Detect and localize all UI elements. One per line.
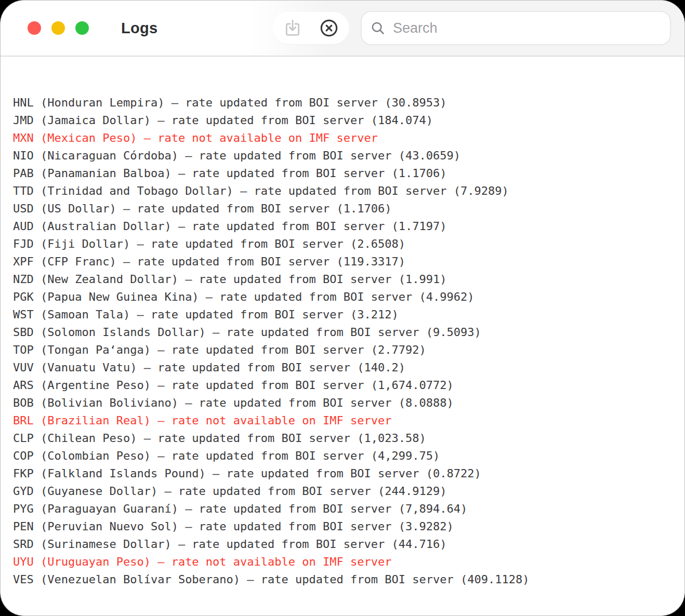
- log-line: TTD (Trinidad and Tobago Dollar) — rate …: [13, 182, 684, 200]
- clear-logs-button[interactable]: [318, 17, 340, 39]
- log-line: TOP (Tongan Pa‘anga) — rate updated from…: [13, 341, 684, 359]
- log-line: BRL (Brazilian Real) — rate not availabl…: [13, 412, 684, 430]
- log-output: HNL (Honduran Lempira) — rate updated fr…: [1, 57, 684, 616]
- log-line: AUD (Australian Dollar) — rate updated f…: [13, 218, 684, 235]
- log-line: PGK (Papua New Guinea Kina) — rate updat…: [13, 288, 684, 306]
- log-line: JMD (Jamaica Dollar) — rate updated from…: [13, 112, 684, 129]
- log-line: VES (Venezuelan Bolívar Soberano) — rate…: [13, 571, 684, 588]
- log-line: BOB (Bolivian Boliviano) — rate updated …: [13, 394, 684, 412]
- log-line: FJD (Fiji Dollar) — rate updated from BO…: [13, 235, 684, 253]
- close-circle-icon: [318, 17, 340, 39]
- log-lines: HNL (Honduran Lempira) — rate updated fr…: [13, 94, 684, 588]
- traffic-lights: [28, 21, 89, 35]
- log-line: WST (Samoan Tala) — rate updated from BO…: [13, 306, 684, 324]
- log-line: SBD (Solomon Islands Dollar) — rate upda…: [13, 324, 684, 341]
- log-line: GYD (Guyanese Dollar) — rate updated fro…: [13, 483, 684, 500]
- zoom-window-button[interactable]: [75, 21, 89, 35]
- window-title: Logs: [121, 20, 157, 37]
- search-icon: [370, 20, 392, 36]
- logs-window: Logs: [0, 0, 685, 616]
- log-line: PAB (Panamanian Balboa) — rate updated f…: [13, 165, 684, 182]
- log-line: MXN (Mexican Peso) — rate not available …: [13, 129, 684, 147]
- search-input[interactable]: [392, 20, 662, 37]
- log-line: NZD (New Zealand Dollar) — rate updated …: [13, 271, 684, 288]
- log-line: HNL (Honduran Lempira) — rate updated fr…: [13, 94, 684, 112]
- log-line: USD (US Dollar) — rate updated from BOI …: [13, 200, 684, 218]
- log-line: UYU (Uruguayan Peso) — rate not availabl…: [13, 553, 684, 571]
- titlebar: Logs: [1, 1, 684, 57]
- log-line: NIO (Nicaraguan Córdoba) — rate updated …: [13, 147, 684, 165]
- export-logs-button[interactable]: [281, 17, 304, 39]
- log-line: FKP (Falkland Islands Pound) — rate upda…: [13, 465, 684, 483]
- log-line: PEN (Peruvian Nuevo Sol) — rate updated …: [13, 518, 684, 535]
- log-line: ARS (Argentine Peso) — rate updated from…: [13, 377, 684, 394]
- log-line: PYG (Paraguayan Guaraní) — rate updated …: [13, 500, 684, 518]
- log-line: VUV (Vanuatu Vatu) — rate updated from B…: [13, 359, 684, 377]
- log-line: COP (Colombian Peso) — rate updated from…: [13, 447, 684, 465]
- close-window-button[interactable]: [28, 21, 41, 35]
- log-line: CLP (Chilean Peso) — rate updated from B…: [13, 430, 684, 447]
- download-icon: [282, 18, 303, 38]
- log-line: SRD (Surinamese Dollar) — rate updated f…: [13, 535, 684, 553]
- minimize-window-button[interactable]: [51, 21, 65, 35]
- search-field[interactable]: [361, 11, 671, 45]
- log-line: XPF (CFP Franc) — rate updated from BOI …: [13, 253, 684, 271]
- toolbar-button-group: [272, 12, 349, 44]
